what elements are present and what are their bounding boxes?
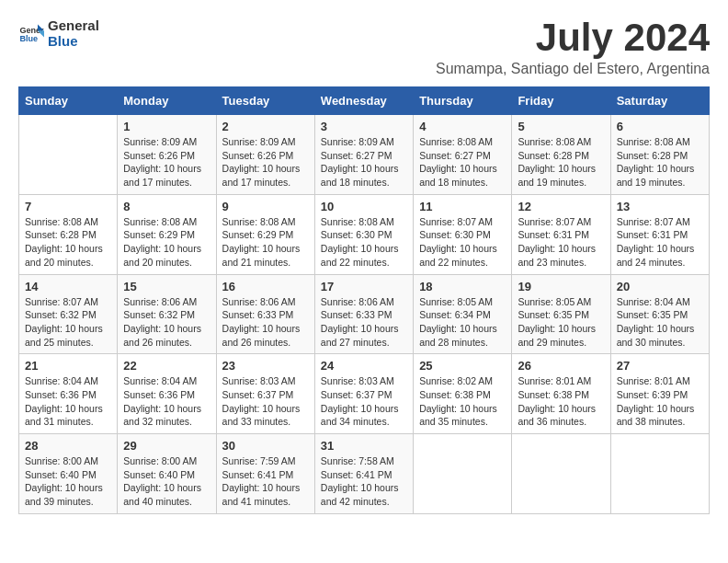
- day-info: Sunrise: 7:58 AM Sunset: 6:41 PM Dayligh…: [321, 454, 407, 509]
- sunset-time: Sunset: 6:33 PM: [222, 309, 294, 320]
- calendar-cell: [610, 434, 709, 514]
- sunset-time: Sunset: 6:39 PM: [617, 389, 688, 400]
- day-number: 22: [123, 359, 210, 373]
- day-info: Sunrise: 8:08 AM Sunset: 6:28 PM Dayligh…: [617, 135, 703, 190]
- calendar-week-row: 1 Sunrise: 8:09 AM Sunset: 6:26 PM Dayli…: [19, 115, 710, 195]
- sunset-time: Sunset: 6:27 PM: [419, 150, 491, 161]
- day-info: Sunrise: 8:05 AM Sunset: 6:34 PM Dayligh…: [419, 295, 506, 350]
- day-info: Sunrise: 8:02 AM Sunset: 6:38 PM Dayligh…: [419, 374, 506, 429]
- sunset-time: Sunset: 6:40 PM: [123, 469, 195, 480]
- sunrise-time: Sunrise: 8:07 AM: [25, 296, 98, 307]
- day-info: Sunrise: 8:04 AM Sunset: 6:36 PM Dayligh…: [25, 374, 111, 429]
- sunset-time: Sunset: 6:38 PM: [419, 389, 491, 400]
- daylight-hours: Daylight: 10 hours and 36 minutes.: [518, 403, 596, 428]
- calendar-cell: 5 Sunrise: 8:08 AM Sunset: 6:28 PM Dayli…: [512, 115, 610, 195]
- day-number: 18: [419, 280, 506, 293]
- calendar-week-row: 14 Sunrise: 8:07 AM Sunset: 6:32 PM Dayl…: [19, 274, 710, 354]
- sunrise-time: Sunrise: 8:04 AM: [617, 296, 690, 307]
- sunset-time: Sunset: 6:38 PM: [518, 389, 589, 400]
- sunset-time: Sunset: 6:32 PM: [123, 309, 195, 320]
- calendar-cell: 28 Sunrise: 8:00 AM Sunset: 6:40 PM Dayl…: [19, 434, 118, 514]
- calendar-cell: 25 Sunrise: 8:02 AM Sunset: 6:38 PM Dayl…: [414, 354, 512, 434]
- day-info: Sunrise: 8:03 AM Sunset: 6:37 PM Dayligh…: [321, 374, 407, 429]
- sunrise-time: Sunrise: 8:05 AM: [419, 296, 493, 307]
- day-number: 31: [321, 439, 407, 453]
- sunset-time: Sunset: 6:29 PM: [123, 229, 195, 240]
- day-info: Sunrise: 8:00 AM Sunset: 6:40 PM Dayligh…: [25, 454, 111, 509]
- sunset-time: Sunset: 6:36 PM: [25, 389, 97, 400]
- daylight-hours: Daylight: 10 hours and 20 minutes.: [25, 243, 103, 268]
- day-of-week-header: Friday: [512, 87, 610, 115]
- sunrise-time: Sunrise: 8:06 AM: [321, 296, 394, 307]
- sunrise-time: Sunrise: 8:07 AM: [518, 216, 591, 227]
- day-number: 24: [321, 359, 407, 373]
- sunset-time: Sunset: 6:33 PM: [321, 309, 392, 320]
- day-number: 29: [123, 439, 210, 453]
- day-number: 12: [518, 200, 604, 213]
- daylight-hours: Daylight: 10 hours and 23 minutes.: [518, 243, 596, 268]
- calendar-cell: 31 Sunrise: 7:58 AM Sunset: 6:41 PM Dayl…: [314, 434, 413, 514]
- sunrise-time: Sunrise: 7:58 AM: [321, 455, 394, 466]
- daylight-hours: Daylight: 10 hours and 30 minutes.: [617, 323, 695, 348]
- day-number: 16: [222, 280, 309, 293]
- sunrise-time: Sunrise: 8:08 AM: [222, 216, 296, 227]
- daylight-hours: Daylight: 10 hours and 31 minutes.: [25, 403, 103, 428]
- sunset-time: Sunset: 6:26 PM: [123, 150, 195, 161]
- sunrise-time: Sunrise: 8:06 AM: [222, 296, 296, 307]
- sunrise-time: Sunrise: 8:03 AM: [321, 375, 394, 386]
- day-of-week-header: Saturday: [610, 87, 709, 115]
- calendar-cell: 16 Sunrise: 8:06 AM Sunset: 6:33 PM Dayl…: [216, 274, 314, 354]
- daylight-hours: Daylight: 10 hours and 25 minutes.: [25, 323, 103, 348]
- calendar-cell: [19, 115, 118, 195]
- calendar-cell: 24 Sunrise: 8:03 AM Sunset: 6:37 PM Dayl…: [314, 354, 413, 434]
- sunrise-time: Sunrise: 8:08 AM: [123, 216, 197, 227]
- sunset-time: Sunset: 6:36 PM: [123, 389, 195, 400]
- page-header: General Blue General Blue July 2024 Suma…: [18, 18, 710, 77]
- svg-text:Blue: Blue: [19, 34, 38, 43]
- day-info: Sunrise: 8:06 AM Sunset: 6:33 PM Dayligh…: [321, 295, 407, 350]
- day-number: 1: [123, 120, 210, 133]
- day-info: Sunrise: 8:09 AM Sunset: 6:26 PM Dayligh…: [123, 135, 210, 190]
- sunrise-time: Sunrise: 8:04 AM: [123, 375, 197, 386]
- day-number: 27: [617, 359, 703, 373]
- day-of-week-header: Thursday: [414, 87, 512, 115]
- calendar-cell: 10 Sunrise: 8:08 AM Sunset: 6:30 PM Dayl…: [314, 194, 413, 274]
- daylight-hours: Daylight: 10 hours and 41 minutes.: [222, 482, 301, 507]
- day-info: Sunrise: 8:08 AM Sunset: 6:28 PM Dayligh…: [518, 135, 604, 190]
- daylight-hours: Daylight: 10 hours and 33 minutes.: [222, 403, 301, 428]
- day-number: 8: [123, 200, 210, 213]
- day-number: 4: [419, 120, 506, 133]
- sunrise-time: Sunrise: 8:09 AM: [222, 136, 296, 147]
- logo-icon: General Blue: [18, 21, 44, 47]
- day-number: 21: [25, 359, 111, 373]
- day-number: 7: [25, 200, 111, 213]
- calendar-cell: 11 Sunrise: 8:07 AM Sunset: 6:30 PM Dayl…: [414, 194, 512, 274]
- day-info: Sunrise: 8:07 AM Sunset: 6:31 PM Dayligh…: [617, 215, 703, 270]
- calendar-cell: 9 Sunrise: 8:08 AM Sunset: 6:29 PM Dayli…: [216, 194, 314, 274]
- sunset-time: Sunset: 6:26 PM: [222, 150, 294, 161]
- calendar-header-row: SundayMondayTuesdayWednesdayThursdayFrid…: [19, 87, 710, 115]
- logo-blue-text: Blue: [48, 34, 99, 50]
- calendar-cell: 17 Sunrise: 8:06 AM Sunset: 6:33 PM Dayl…: [314, 274, 413, 354]
- daylight-hours: Daylight: 10 hours and 18 minutes.: [321, 163, 399, 188]
- daylight-hours: Daylight: 10 hours and 27 minutes.: [321, 323, 399, 348]
- sunrise-time: Sunrise: 8:05 AM: [518, 296, 591, 307]
- sunset-time: Sunset: 6:27 PM: [321, 150, 392, 161]
- calendar-week-row: 28 Sunrise: 8:00 AM Sunset: 6:40 PM Dayl…: [19, 434, 710, 514]
- calendar-cell: 14 Sunrise: 8:07 AM Sunset: 6:32 PM Dayl…: [19, 274, 118, 354]
- sunrise-time: Sunrise: 8:08 AM: [617, 136, 690, 147]
- daylight-hours: Daylight: 10 hours and 17 minutes.: [123, 163, 201, 188]
- daylight-hours: Daylight: 10 hours and 18 minutes.: [419, 163, 497, 188]
- day-info: Sunrise: 8:04 AM Sunset: 6:36 PM Dayligh…: [123, 374, 210, 429]
- calendar-cell: 21 Sunrise: 8:04 AM Sunset: 6:36 PM Dayl…: [19, 354, 118, 434]
- day-info: Sunrise: 8:07 AM Sunset: 6:31 PM Dayligh…: [518, 215, 604, 270]
- calendar-cell: 3 Sunrise: 8:09 AM Sunset: 6:27 PM Dayli…: [314, 115, 413, 195]
- daylight-hours: Daylight: 10 hours and 26 minutes.: [222, 323, 301, 348]
- day-number: 11: [419, 200, 506, 213]
- daylight-hours: Daylight: 10 hours and 17 minutes.: [222, 163, 301, 188]
- day-number: 26: [518, 359, 604, 373]
- calendar-cell: 2 Sunrise: 8:09 AM Sunset: 6:26 PM Dayli…: [216, 115, 314, 195]
- daylight-hours: Daylight: 10 hours and 22 minutes.: [321, 243, 399, 268]
- day-number: 13: [617, 200, 703, 213]
- daylight-hours: Daylight: 10 hours and 35 minutes.: [419, 403, 497, 428]
